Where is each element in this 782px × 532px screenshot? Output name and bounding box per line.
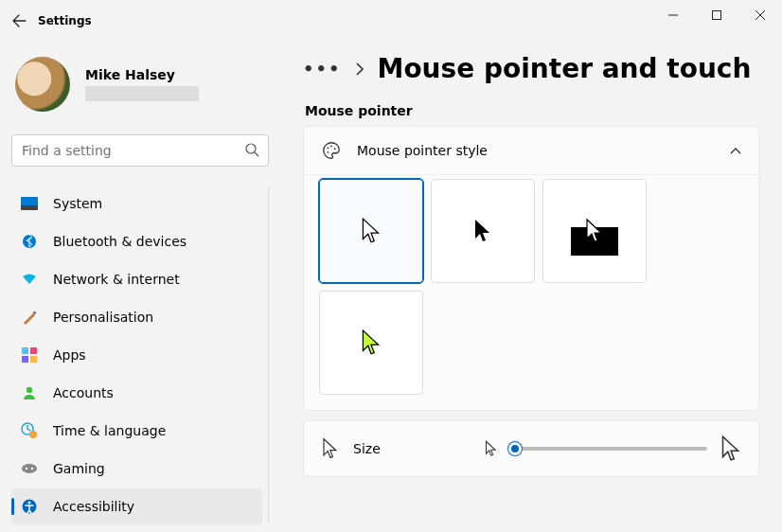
nav-item-bluetooth[interactable]: Bluetooth & devices [11,223,262,259]
nav-label: Network & internet [53,272,180,287]
nav-item-apps[interactable]: Apps [11,337,262,373]
nav-item-gaming[interactable]: Gaming [11,451,262,487]
nav-label: Apps [53,347,86,363]
size-slider-thumb[interactable] [508,442,522,455]
pointer-style-black[interactable] [431,179,535,283]
search-input[interactable] [11,134,269,167]
maximize-button[interactable] [695,0,738,30]
minimize-button[interactable] [651,0,695,30]
pointer-size-panel: Size [303,420,759,477]
chevron-up-icon [730,147,741,154]
svg-rect-9 [30,347,37,354]
nav-item-accessibility[interactable]: Accessibility [11,488,262,524]
svg-rect-5 [21,205,38,210]
back-button[interactable] [0,0,38,42]
svg-line-3 [255,152,258,156]
user-email-placeholder [85,86,199,101]
search-icon [244,142,259,157]
nav-item-accounts[interactable]: Accounts [11,375,262,411]
svg-point-23 [327,151,329,153]
nav-item-personalisation[interactable]: Personalisation [11,299,262,335]
pointer-style-header[interactable]: Mouse pointer style [304,127,758,174]
user-account-row[interactable]: Mike Halsey [11,49,269,131]
svg-point-12 [27,387,32,393]
nav-label: Accessibility [53,499,134,514]
svg-point-20 [327,147,329,149]
svg-rect-10 [22,356,28,363]
user-avatar [15,57,70,112]
nav-label: Time & language [53,423,166,438]
svg-point-19 [28,502,31,505]
nav-label: System [53,196,102,211]
svg-point-21 [330,146,332,148]
accessibility-icon [21,498,38,515]
section-label: Mouse pointer [305,103,759,118]
svg-point-2 [246,144,256,153]
chevron-right-icon [355,62,364,76]
clock-globe-icon [21,422,38,439]
gaming-icon [21,460,38,477]
palette-icon [321,140,342,161]
paintbrush-icon [21,309,38,326]
nav-label: Gaming [53,461,105,476]
user-name: Mike Halsey [85,67,199,82]
wifi-icon [21,271,38,288]
nav-item-time-language[interactable]: Time & language [11,413,262,449]
size-slider[interactable] [508,447,707,451]
page-title: Mouse pointer and touch [378,53,752,84]
person-icon [21,384,38,401]
svg-point-22 [334,148,336,150]
bluetooth-icon [21,233,38,250]
cursor-large-icon [719,434,741,463]
system-icon [21,195,38,212]
breadcrumb-more-button[interactable]: ••• [303,59,342,79]
svg-point-15 [22,464,37,473]
svg-rect-1 [713,11,721,20]
close-button[interactable] [738,0,782,30]
svg-rect-8 [22,347,28,354]
pointer-style-label: Mouse pointer style [357,143,488,158]
apps-icon [21,346,38,364]
size-label: Size [353,441,381,456]
nav-label: Accounts [53,385,114,400]
nav-item-system[interactable]: System [11,186,262,222]
pointer-style-white[interactable] [319,179,423,283]
cursor-small-icon [484,440,497,457]
svg-point-14 [29,431,37,438]
nav-label: Personalisation [53,310,153,325]
nav-item-network[interactable]: Network & internet [11,261,262,297]
pointer-style-inverted[interactable] [542,179,647,283]
app-title: Settings [38,14,92,27]
cursor-icon [321,437,338,460]
pointer-style-custom[interactable] [319,291,423,395]
svg-point-16 [26,468,27,470]
svg-rect-11 [30,356,37,363]
nav-label: Bluetooth & devices [53,234,187,249]
pointer-style-panel: Mouse pointer style [303,126,759,411]
svg-point-17 [31,468,33,470]
